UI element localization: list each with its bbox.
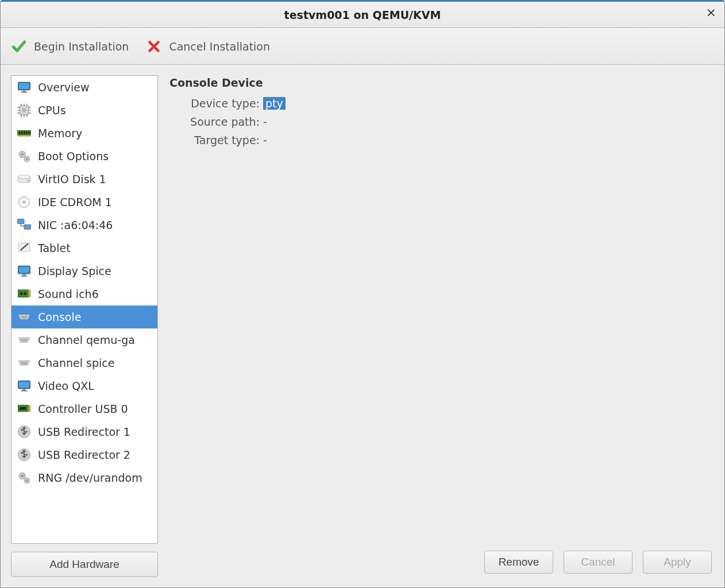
device-list[interactable]: OverviewCPUsMemoryBoot OptionsVirtIO Dis… (11, 75, 158, 544)
device-item[interactable]: Sound ich6 (11, 283, 157, 305)
sidebar: OverviewCPUsMemoryBoot OptionsVirtIO Dis… (11, 75, 158, 577)
source-path-label: Source path: (174, 115, 263, 128)
device-type-label: Device type: (174, 97, 263, 110)
monitor-icon (16, 263, 32, 279)
remove-button[interactable]: Remove (484, 551, 553, 574)
device-item[interactable]: Boot Options (11, 145, 157, 168)
device-item[interactable]: Display Spice (11, 260, 157, 283)
gears-icon (16, 148, 32, 164)
close-icon[interactable]: × (706, 6, 716, 19)
begin-install-label: Begin Installation (34, 40, 129, 53)
serial-icon (16, 332, 32, 348)
cancel-install-label: Cancel Installation (169, 40, 270, 53)
device-item-label: Controller USB 0 (38, 403, 128, 415)
device-item-label: Channel spice (38, 357, 114, 369)
content: OverviewCPUsMemoryBoot OptionsVirtIO Dis… (1, 65, 724, 587)
target-type-label: Target type: (174, 134, 263, 146)
serial-icon (16, 355, 32, 371)
device-item-label: USB Redirector 2 (38, 448, 130, 461)
cancel-button[interactable]: Cancel (564, 551, 633, 574)
monitor-icon (16, 79, 32, 95)
device-item-label: NIC :a6:04:46 (38, 219, 113, 231)
device-item[interactable]: NIC :a6:04:46 (11, 214, 157, 237)
console-device-form: Device type: pty Source path: - Target t… (174, 97, 714, 146)
begin-install-button[interactable]: Begin Installation (11, 38, 129, 55)
vm-details-window: testvm001 on QEMU/KVM × Begin Installati… (0, 0, 725, 588)
cancel-install-button[interactable]: Cancel Installation (146, 38, 270, 55)
device-item-label: Display Spice (38, 265, 111, 277)
device-item-label: Sound ich6 (38, 288, 99, 300)
device-item[interactable]: Overview (11, 76, 157, 99)
toolbar: Begin Installation Cancel Installation (1, 28, 724, 65)
cpu-icon (16, 102, 32, 118)
serial-icon (16, 309, 32, 325)
device-item-label: CPUs (38, 104, 66, 117)
nic-icon (16, 217, 32, 233)
device-item[interactable]: Tablet (11, 237, 157, 260)
memory-icon (16, 125, 32, 141)
device-item-label: USB Redirector 1 (38, 425, 130, 438)
device-item[interactable]: Channel spice (11, 351, 157, 374)
device-item[interactable]: CPUs (11, 99, 157, 122)
window-title: testvm001 on QEMU/KVM (284, 9, 441, 21)
titlebar: testvm001 on QEMU/KVM × (1, 2, 724, 28)
device-item-label: Overview (38, 81, 89, 94)
apply-button[interactable]: Apply (643, 551, 712, 574)
device-item-label: Memory (38, 127, 82, 140)
device-item-label: Boot Options (38, 150, 109, 163)
disk-icon (16, 171, 32, 187)
target-type-value: - (263, 134, 714, 146)
device-item[interactable]: USB Redirector 2 (11, 443, 157, 466)
tablet-icon (16, 240, 32, 256)
gears-icon (16, 470, 32, 486)
usbctrl-icon (16, 401, 32, 417)
add-hardware-button[interactable]: Add Hardware (11, 552, 158, 577)
device-item-label: Tablet (38, 242, 71, 254)
device-item[interactable]: IDE CDROM 1 (11, 191, 157, 214)
device-item-label: RNG /dev/urandom (38, 471, 142, 484)
device-item-label: Console (38, 311, 81, 323)
device-item[interactable]: VirtIO Disk 1 (11, 168, 157, 191)
device-type-value: pty (263, 97, 714, 110)
device-item-label: Channel qemu-ga (38, 334, 135, 346)
device-item-label: Video QXL (38, 380, 94, 392)
x-icon (146, 38, 162, 55)
device-item-label: IDE CDROM 1 (38, 196, 112, 208)
device-item[interactable]: RNG /dev/urandom (11, 466, 157, 489)
panel-title: Console Device (169, 76, 714, 89)
footer: Remove Cancel Apply (169, 548, 714, 577)
usb-icon (16, 424, 32, 440)
details-panel: Console Device Device type: pty Source p… (169, 75, 714, 577)
device-item[interactable]: Memory (11, 122, 157, 145)
device-item[interactable]: Controller USB 0 (11, 397, 157, 420)
device-item-label: VirtIO Disk 1 (38, 173, 106, 185)
device-item[interactable]: Video QXL (11, 374, 157, 397)
usb-icon (16, 447, 32, 463)
sound-icon (16, 286, 32, 302)
source-path-value: - (263, 115, 714, 128)
device-item[interactable]: Channel qemu-ga (11, 328, 157, 351)
device-item[interactable]: USB Redirector 1 (11, 420, 157, 443)
monitor-icon (16, 378, 32, 394)
device-item[interactable]: Console (11, 305, 157, 328)
cdrom-icon (16, 194, 32, 210)
check-icon (11, 38, 27, 55)
